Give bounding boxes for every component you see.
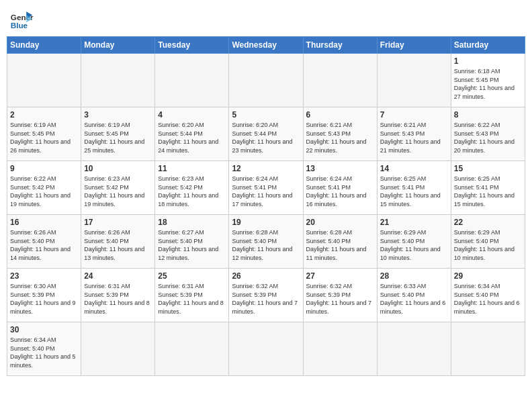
day-number: 27: [306, 271, 374, 281]
week-row-4: 16Sunrise: 6:26 AM Sunset: 5:40 PM Dayli…: [7, 215, 525, 269]
calendar-cell: [81, 322, 155, 376]
day-number: 28: [380, 271, 448, 281]
calendar-cell: 11Sunrise: 6:23 AM Sunset: 5:42 PM Dayli…: [155, 161, 229, 215]
day-info: Sunrise: 6:25 AM Sunset: 5:41 PM Dayligh…: [454, 175, 522, 208]
day-number: 18: [158, 218, 226, 227]
calendar: SundayMondayTuesdayWednesdayThursdayFrid…: [7, 36, 525, 376]
calendar-cell: 19Sunrise: 6:28 AM Sunset: 5:40 PM Dayli…: [229, 215, 303, 269]
weekday-header-thursday: Thursday: [303, 37, 377, 54]
day-number: 1: [454, 56, 522, 66]
calendar-cell: 16Sunrise: 6:26 AM Sunset: 5:40 PM Dayli…: [7, 215, 81, 269]
day-number: 9: [10, 164, 78, 173]
day-number: 30: [10, 325, 78, 334]
day-number: 25: [158, 271, 226, 281]
calendar-cell: 10Sunrise: 6:23 AM Sunset: 5:42 PM Dayli…: [81, 161, 155, 215]
calendar-cell: [155, 322, 229, 376]
day-info: Sunrise: 6:19 AM Sunset: 5:45 PM Dayligh…: [84, 121, 152, 154]
day-info: Sunrise: 6:28 AM Sunset: 5:40 PM Dayligh…: [232, 228, 300, 262]
calendar-cell: 22Sunrise: 6:29 AM Sunset: 5:40 PM Dayli…: [451, 215, 525, 269]
day-number: 6: [306, 110, 374, 120]
calendar-cell: 2Sunrise: 6:19 AM Sunset: 5:45 PM Daylig…: [7, 107, 81, 161]
day-info: Sunrise: 6:25 AM Sunset: 5:41 PM Dayligh…: [380, 175, 448, 208]
calendar-cell: 7Sunrise: 6:21 AM Sunset: 5:43 PM Daylig…: [377, 107, 451, 161]
svg-text:Blue: Blue: [11, 21, 28, 30]
day-number: 8: [454, 110, 522, 120]
day-info: Sunrise: 6:23 AM Sunset: 5:42 PM Dayligh…: [158, 175, 226, 208]
day-info: Sunrise: 6:28 AM Sunset: 5:40 PM Dayligh…: [306, 228, 374, 262]
calendar-cell: 4Sunrise: 6:20 AM Sunset: 5:44 PM Daylig…: [155, 107, 229, 161]
day-number: 24: [84, 271, 152, 281]
calendar-cell: 12Sunrise: 6:24 AM Sunset: 5:41 PM Dayli…: [229, 161, 303, 215]
weekday-header-monday: Monday: [81, 37, 155, 54]
day-info: Sunrise: 6:26 AM Sunset: 5:40 PM Dayligh…: [84, 228, 152, 262]
day-number: 13: [306, 164, 374, 173]
weekday-header-friday: Friday: [377, 37, 451, 54]
calendar-cell: [377, 54, 451, 107]
day-info: Sunrise: 6:27 AM Sunset: 5:40 PM Dayligh…: [158, 228, 226, 262]
day-info: Sunrise: 6:22 AM Sunset: 5:42 PM Dayligh…: [10, 175, 78, 208]
day-info: Sunrise: 6:22 AM Sunset: 5:43 PM Dayligh…: [454, 121, 522, 154]
week-row-6: 30Sunrise: 6:34 AM Sunset: 5:40 PM Dayli…: [7, 322, 525, 376]
day-info: Sunrise: 6:31 AM Sunset: 5:39 PM Dayligh…: [158, 282, 226, 316]
day-number: 11: [158, 164, 226, 173]
day-info: Sunrise: 6:32 AM Sunset: 5:39 PM Dayligh…: [232, 282, 300, 316]
calendar-cell: 30Sunrise: 6:34 AM Sunset: 5:40 PM Dayli…: [7, 322, 81, 376]
day-number: 5: [232, 110, 300, 120]
day-number: 12: [232, 164, 300, 173]
calendar-header: SundayMondayTuesdayWednesdayThursdayFrid…: [7, 37, 525, 54]
day-number: 21: [380, 218, 448, 227]
day-info: Sunrise: 6:26 AM Sunset: 5:40 PM Dayligh…: [10, 228, 78, 262]
calendar-cell: 8Sunrise: 6:22 AM Sunset: 5:43 PM Daylig…: [451, 107, 525, 161]
calendar-cell: 23Sunrise: 6:30 AM Sunset: 5:39 PM Dayli…: [7, 269, 81, 322]
calendar-cell: [229, 322, 303, 376]
calendar-cell: 9Sunrise: 6:22 AM Sunset: 5:42 PM Daylig…: [7, 161, 81, 215]
weekday-header-sunday: Sunday: [7, 37, 81, 54]
calendar-cell: [229, 54, 303, 107]
day-info: Sunrise: 6:34 AM Sunset: 5:40 PM Dayligh…: [10, 336, 78, 369]
calendar-cell: 29Sunrise: 6:34 AM Sunset: 5:40 PM Dayli…: [451, 269, 525, 322]
day-info: Sunrise: 6:20 AM Sunset: 5:44 PM Dayligh…: [232, 121, 300, 154]
day-info: Sunrise: 6:34 AM Sunset: 5:40 PM Dayligh…: [454, 282, 522, 316]
day-info: Sunrise: 6:31 AM Sunset: 5:39 PM Dayligh…: [84, 282, 152, 316]
calendar-cell: [303, 322, 377, 376]
weekday-header-tuesday: Tuesday: [155, 37, 229, 54]
calendar-cell: 1Sunrise: 6:18 AM Sunset: 5:45 PM Daylig…: [451, 54, 525, 107]
day-info: Sunrise: 6:23 AM Sunset: 5:42 PM Dayligh…: [84, 175, 152, 208]
calendar-cell: 15Sunrise: 6:25 AM Sunset: 5:41 PM Dayli…: [451, 161, 525, 215]
day-info: Sunrise: 6:19 AM Sunset: 5:45 PM Dayligh…: [10, 121, 78, 154]
day-number: 22: [454, 218, 522, 227]
week-row-3: 9Sunrise: 6:22 AM Sunset: 5:42 PM Daylig…: [7, 161, 525, 215]
calendar-cell: 13Sunrise: 6:24 AM Sunset: 5:41 PM Dayli…: [303, 161, 377, 215]
week-row-1: 1Sunrise: 6:18 AM Sunset: 5:45 PM Daylig…: [7, 54, 525, 107]
calendar-cell: [155, 54, 229, 107]
day-info: Sunrise: 6:32 AM Sunset: 5:39 PM Dayligh…: [306, 282, 374, 316]
day-number: 4: [158, 110, 226, 120]
calendar-cell: 17Sunrise: 6:26 AM Sunset: 5:40 PM Dayli…: [81, 215, 155, 269]
weekday-header-saturday: Saturday: [451, 37, 525, 54]
calendar-cell: 26Sunrise: 6:32 AM Sunset: 5:39 PM Dayli…: [229, 269, 303, 322]
week-row-5: 23Sunrise: 6:30 AM Sunset: 5:39 PM Dayli…: [7, 269, 525, 322]
day-info: Sunrise: 6:18 AM Sunset: 5:45 PM Dayligh…: [454, 67, 522, 101]
logo-icon: General Blue: [9, 7, 34, 31]
day-number: 20: [306, 218, 374, 227]
calendar-cell: 14Sunrise: 6:25 AM Sunset: 5:41 PM Dayli…: [377, 161, 451, 215]
calendar-cell: 27Sunrise: 6:32 AM Sunset: 5:39 PM Dayli…: [303, 269, 377, 322]
calendar-cell: 21Sunrise: 6:29 AM Sunset: 5:40 PM Dayli…: [377, 215, 451, 269]
calendar-cell: [377, 322, 451, 376]
day-info: Sunrise: 6:21 AM Sunset: 5:43 PM Dayligh…: [306, 121, 374, 154]
day-info: Sunrise: 6:24 AM Sunset: 5:41 PM Dayligh…: [306, 175, 374, 208]
day-number: 23: [10, 271, 78, 281]
day-number: 2: [10, 110, 78, 120]
day-number: 17: [84, 218, 152, 227]
day-number: 26: [232, 271, 300, 281]
calendar-cell: [303, 54, 377, 107]
day-number: 16: [10, 218, 78, 227]
calendar-cell: 25Sunrise: 6:31 AM Sunset: 5:39 PM Dayli…: [155, 269, 229, 322]
calendar-cell: [81, 54, 155, 107]
calendar-body: 1Sunrise: 6:18 AM Sunset: 5:45 PM Daylig…: [7, 54, 525, 376]
day-info: Sunrise: 6:33 AM Sunset: 5:40 PM Dayligh…: [380, 282, 448, 316]
logo: General Blue: [9, 7, 34, 31]
week-row-2: 2Sunrise: 6:19 AM Sunset: 5:45 PM Daylig…: [7, 107, 525, 161]
calendar-cell: 5Sunrise: 6:20 AM Sunset: 5:44 PM Daylig…: [229, 107, 303, 161]
day-info: Sunrise: 6:21 AM Sunset: 5:43 PM Dayligh…: [380, 121, 448, 154]
